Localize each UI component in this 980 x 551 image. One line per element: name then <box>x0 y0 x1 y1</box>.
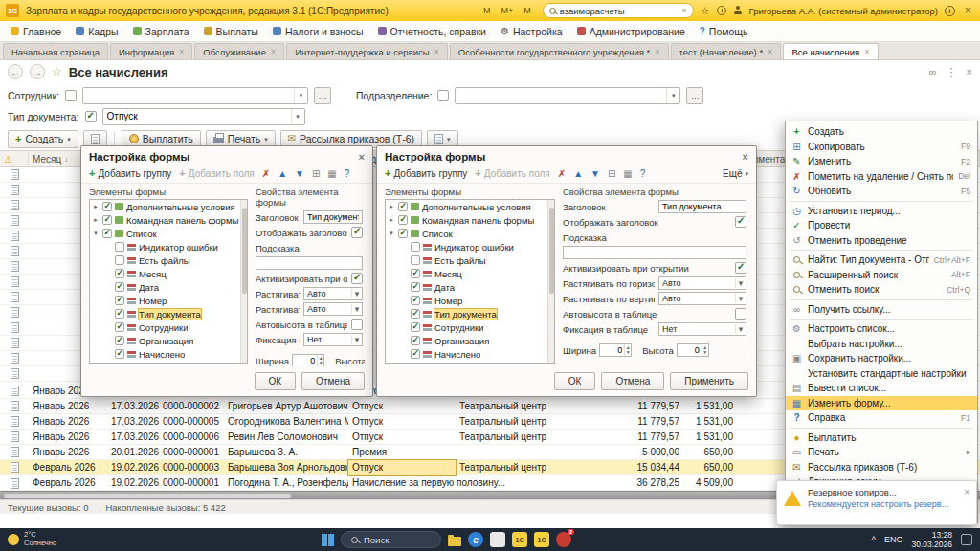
spinner-arrows-icon[interactable]: ▲▼ <box>702 344 708 356</box>
chevron-down-icon[interactable]: ▾ <box>351 289 362 298</box>
menu-item-6[interactable]: ⚙Настройка <box>494 24 569 39</box>
context-menu-item-2[interactable]: ✎ИзменитьF2 <box>786 154 977 169</box>
move-up-button[interactable]: ▲ <box>278 169 287 179</box>
tree-item-11[interactable]: Начислено <box>90 347 247 361</box>
search-input[interactable] <box>560 6 679 16</box>
memory-button-m[interactable]: M <box>481 6 493 15</box>
user-name[interactable]: Григорьева А.А. (системный администратор… <box>749 6 938 16</box>
add-fields-button[interactable]: +Добавить поля <box>179 168 254 179</box>
item-checkbox[interactable] <box>115 296 124 305</box>
property-select[interactable]: Нет▾ <box>303 333 363 346</box>
tree-item-7[interactable]: Номер <box>386 294 554 307</box>
spinner-arrows-icon[interactable]: ▲▼ <box>317 355 323 366</box>
tab-close-icon[interactable]: × <box>271 47 276 56</box>
scrollbar[interactable] <box>240 200 247 363</box>
expander-icon[interactable]: ▸ <box>388 203 395 210</box>
context-menu-item-8[interactable]: ↺Отменить проведение <box>786 233 977 249</box>
clear-search-icon[interactable]: × <box>681 6 686 15</box>
menu-item-8[interactable]: ?Помощь <box>693 24 755 39</box>
tab-5[interactable]: тест (Начисление) *× <box>671 43 782 59</box>
property-input[interactable] <box>256 256 363 270</box>
extra-button-2[interactable]: ▦ <box>327 169 336 179</box>
tree-item-5[interactable]: Месяц <box>386 267 554 280</box>
tab-close-icon[interactable]: × <box>179 47 184 56</box>
context-menu-item-20[interactable]: ▤Вывести список... <box>786 381 977 396</box>
tree-item-10[interactable]: Организация <box>90 334 247 347</box>
scrollbar-thumb[interactable] <box>242 208 247 294</box>
width-spinner[interactable]: ▲▼ <box>599 343 632 357</box>
chevron-down-icon[interactable]: ▾ <box>351 335 362 344</box>
item-checkbox[interactable] <box>411 322 420 332</box>
tree-item-0[interactable]: ▸Дополнительные условия <box>90 200 247 213</box>
chevron-down-icon[interactable]: ▾ <box>294 88 307 103</box>
employee-filter-input[interactable] <box>83 90 294 100</box>
close-app-icon[interactable]: × <box>962 4 974 17</box>
width-spinner-input[interactable] <box>293 355 317 366</box>
item-checkbox[interactable] <box>115 309 124 319</box>
cancel-button[interactable]: Отмена <box>601 372 664 390</box>
department-filter-combo[interactable]: ▾ <box>455 87 680 104</box>
context-menu-item-17[interactable]: Выбрать настройки... <box>786 337 977 352</box>
close-icon[interactable]: × <box>359 151 365 163</box>
apply-button[interactable]: Применить <box>670 372 748 390</box>
tab-close-icon[interactable]: × <box>434 47 439 56</box>
menu-item-2[interactable]: Зарплата <box>126 24 196 39</box>
employee-filter-combo[interactable]: ▾ <box>82 87 308 104</box>
context-menu-item-16[interactable]: ⚙Настроить список... <box>786 321 977 337</box>
width-spinner-input[interactable] <box>600 344 624 356</box>
item-checkbox[interactable] <box>411 296 420 305</box>
item-checkbox[interactable] <box>102 215 112 225</box>
link-icon[interactable]: ∞ <box>929 66 937 77</box>
tab-close-icon[interactable]: × <box>655 47 659 56</box>
item-checkbox[interactable] <box>411 336 420 345</box>
chevron-down-icon[interactable]: ▾ <box>351 304 362 314</box>
doc-type-filter-combo[interactable]: ▾ <box>102 108 305 125</box>
context-menu-item-7[interactable]: ✓Провести <box>786 218 977 233</box>
back-button[interactable]: ← <box>8 64 23 79</box>
cancel-button[interactable]: Отмена <box>301 372 365 390</box>
tab-close-icon[interactable]: × <box>864 47 869 56</box>
favorite-star-icon[interactable]: ☆ <box>52 65 62 78</box>
context-menu-item-21[interactable]: ▦Изменить форму... <box>786 396 977 411</box>
memory-button-m-plus[interactable]: M+ <box>499 6 515 15</box>
clock-widget[interactable]: 13:28 30.03.2026 <box>911 530 952 549</box>
extra-button-2[interactable]: ▦ <box>623 169 632 179</box>
context-menu-item-0[interactable]: +Создать <box>786 124 977 140</box>
menu-item-5[interactable]: Отчетность, справки <box>371 24 493 39</box>
scrollbar-thumb[interactable] <box>4 494 291 498</box>
context-menu-item-14[interactable]: ∞Получить ссылку... <box>786 302 977 318</box>
context-menu-item-12[interactable]: Отменить поискCtrl+Q <box>786 282 977 298</box>
extra-button-1[interactable]: ⊞ <box>312 169 320 179</box>
menu-item-1[interactable]: Кадры <box>69 24 124 39</box>
ok-button[interactable]: ОК <box>255 372 297 390</box>
start-button[interactable] <box>322 534 334 546</box>
item-checkbox[interactable] <box>115 242 124 252</box>
tree-item-2[interactable]: ▾Список <box>386 227 554 240</box>
property-input[interactable] <box>563 246 746 259</box>
property-select[interactable]: Авто▾ <box>303 287 363 300</box>
item-checkbox[interactable] <box>398 215 408 225</box>
more-button[interactable]: Ещё▾ <box>723 168 748 179</box>
employee-choose-button[interactable]: … <box>314 87 331 104</box>
item-checkbox[interactable] <box>115 282 124 292</box>
menu-item-4[interactable]: Налоги и взносы <box>266 24 370 39</box>
context-menu-item-10[interactable]: Найти: Тип документа - ОтпускCtrl+Alt+F <box>786 253 977 268</box>
tree-item-5[interactable]: Месяц <box>90 267 247 280</box>
explorer-icon[interactable] <box>448 537 461 546</box>
item-checkbox[interactable] <box>398 229 408 238</box>
item-checkbox[interactable] <box>115 349 124 359</box>
expander-icon[interactable]: ▸ <box>92 203 100 210</box>
tree-item-0[interactable]: ▸Дополнительные условия <box>386 200 554 213</box>
item-checkbox[interactable] <box>411 269 420 278</box>
width-spinner[interactable]: ▲▼ <box>292 354 324 366</box>
create-button[interactable]: + Создать ▾ <box>8 130 78 148</box>
add-group-button[interactable]: +Добавить группу <box>89 168 171 179</box>
property-checkbox[interactable] <box>735 262 746 274</box>
chevron-down-icon[interactable]: ▾ <box>735 324 746 334</box>
tree-item-7[interactable]: Номер <box>90 294 247 307</box>
expander-icon[interactable]: ▾ <box>388 230 395 237</box>
property-checkbox[interactable] <box>351 227 363 238</box>
property-checkbox[interactable] <box>351 273 363 284</box>
item-checkbox[interactable] <box>115 269 124 278</box>
tab-6[interactable]: Все начисления× <box>783 43 878 59</box>
